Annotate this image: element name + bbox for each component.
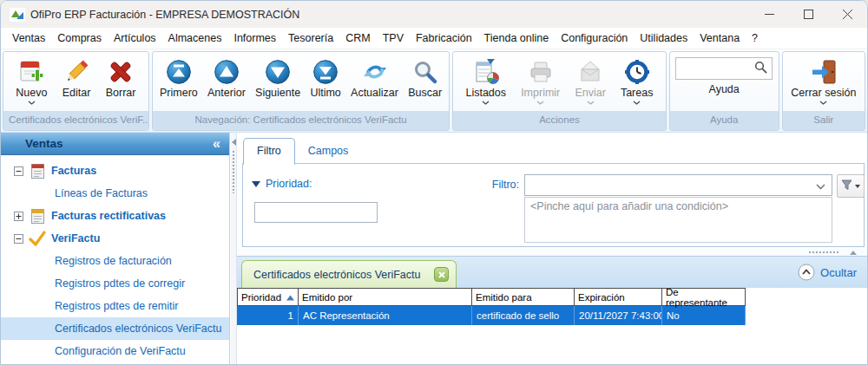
invoice-icon: [29, 163, 46, 179]
primero-button[interactable]: Primero: [157, 55, 201, 101]
ayuda-label: Ayuda: [709, 83, 740, 95]
prioridad-label: Prioridad:: [266, 178, 312, 190]
caret-down-icon: [855, 185, 860, 188]
sort-asc-icon: [286, 292, 294, 303]
sidebar-splitter[interactable]: [231, 133, 237, 364]
menu-item-crm[interactable]: CRM: [339, 29, 376, 47]
listados-button[interactable]: Listados: [463, 55, 509, 108]
toolbar-group-exit: Cerrar sesión Salir: [782, 51, 865, 131]
splitter-grip[interactable]: [232, 150, 236, 193]
close-tab-icon[interactable]: [434, 267, 449, 282]
expand-node-icon[interactable]: [14, 212, 23, 221]
column-header-prioridad[interactable]: Prioridad: [238, 289, 299, 305]
print-icon: [527, 56, 555, 87]
menu-item-ayuda[interactable]: ?: [746, 29, 764, 47]
menu-item-tpv[interactable]: TPV: [377, 29, 410, 47]
close-button[interactable]: [828, 1, 867, 28]
nuevo-button[interactable]: Nuevo: [13, 55, 49, 108]
toolbar-group-actions: Listados Imprimir Enviar: [452, 51, 666, 131]
menu-item-compras[interactable]: Compras: [51, 29, 108, 47]
tab-campos[interactable]: Campos: [295, 139, 362, 164]
table-header: Prioridad Emitido por Emitido para Expir…: [237, 288, 746, 306]
chevron-up-circle-icon: [798, 264, 815, 281]
sidebar-item-registros-de-facturacion[interactable]: Registros de facturación: [1, 250, 229, 272]
editar-button[interactable]: Editar: [60, 55, 94, 101]
chevron-down-icon: [536, 101, 544, 106]
ultimo-button[interactable]: Ultimo: [307, 55, 343, 101]
collapse-sidebar-icon[interactable]: «: [213, 137, 220, 151]
menu-item-ventana[interactable]: Ventana: [694, 29, 746, 47]
sidebar-item-facturas-rectificativas[interactable]: Facturas rectificativas: [1, 205, 229, 227]
help-search-box[interactable]: [675, 57, 773, 80]
results-splitter[interactable]: [237, 249, 867, 256]
imprimir-button[interactable]: Imprimir: [518, 55, 562, 108]
help-search-icon: [754, 61, 767, 77]
column-header-expiracion[interactable]: Expiración: [575, 289, 662, 305]
ocultar-button[interactable]: Ocultar: [798, 257, 857, 288]
collapse-node-icon[interactable]: [14, 166, 23, 176]
buscar-button[interactable]: Buscar: [405, 55, 444, 101]
menu-item-almacenes[interactable]: Almacenes: [162, 29, 228, 47]
prioridad-section-toggle[interactable]: Prioridad:: [252, 178, 312, 190]
reports-icon: [472, 56, 500, 87]
siguiente-button[interactable]: Siguiente: [253, 55, 303, 101]
app-logo-icon: [10, 8, 25, 22]
logout-icon: [809, 56, 838, 87]
collapse-node-icon[interactable]: [14, 234, 23, 244]
content-area: Ventas « Facturas Líneas de Facturas Fac…: [1, 133, 867, 364]
results-tab-certificados[interactable]: Certificados electrónicos VeriFactu: [241, 260, 457, 288]
sidebar-item-registros-pdtes-de-corregir[interactable]: Registros pdtes de corregir: [1, 272, 229, 295]
app-window: OfiPro ERP Facturación - EMPRESA DEMOSTR…: [0, 0, 868, 365]
table-row[interactable]: 1 AC Representación certificado de sello…: [237, 306, 746, 325]
sidebar: Ventas « Facturas Líneas de Facturas Fac…: [1, 133, 230, 364]
enviar-button[interactable]: Enviar: [572, 55, 608, 108]
filter-condition-box[interactable]: <Pinche aquí para añadir una condición>: [524, 197, 832, 243]
maximize-button[interactable]: [789, 1, 828, 28]
tareas-button[interactable]: Tareas: [618, 55, 656, 108]
splitter-grip[interactable]: [808, 251, 839, 255]
prioridad-input[interactable]: [254, 202, 378, 223]
column-header-de-representante[interactable]: De representante: [662, 289, 746, 305]
sidebar-header[interactable]: Ventas «: [1, 133, 229, 155]
menu-item-informes[interactable]: Informes: [227, 29, 282, 47]
column-header-emitido-para[interactable]: Emitido para: [472, 289, 575, 305]
filtro-combobox[interactable]: [524, 174, 832, 196]
sidebar-item-facturas[interactable]: Facturas: [1, 160, 229, 182]
menu-item-articulos[interactable]: Artículos: [108, 29, 162, 47]
menu-item-ventas[interactable]: Ventas: [6, 29, 51, 47]
cerrar-sesion-button[interactable]: Cerrar sesión: [788, 55, 858, 108]
column-header-emitido-por[interactable]: Emitido por: [299, 289, 472, 305]
menu-item-fabricacion[interactable]: Fabricación: [410, 29, 478, 47]
window-controls: [750, 1, 867, 28]
toolbar: Nuevo Editar Borrar Certificados electró…: [1, 49, 867, 133]
menu-item-tienda-online[interactable]: Tienda online: [478, 29, 556, 47]
toolbar-group-caption: Acciones: [453, 111, 665, 130]
menu-item-configuracion[interactable]: Configuración: [555, 29, 634, 47]
sidebar-item-lineas-de-facturas[interactable]: Líneas de Facturas: [1, 182, 229, 205]
help-search-input[interactable]: [680, 62, 754, 75]
filter-options-button[interactable]: [837, 174, 865, 198]
sidebar-item-certificados-electronicos-verifactu[interactable]: Certificados electrónicos VeriFactu: [1, 317, 229, 340]
search-icon: [412, 56, 438, 87]
borrar-button[interactable]: Borrar: [103, 55, 139, 101]
navigation-tree: Facturas Líneas de Facturas Facturas rec…: [1, 155, 229, 364]
toolbar-group-caption: Salir: [783, 111, 865, 130]
filtro-label: Filtro:: [455, 179, 519, 191]
filter-panel: Prioridad: Filtro: <Pinche aquí para aña…: [242, 163, 865, 247]
menu-item-utilidades[interactable]: Utilidades: [634, 29, 694, 47]
menu-item-tesoreria[interactable]: Tesorería: [282, 29, 339, 47]
sidebar-item-registros-pdtes-de-remitir[interactable]: Registros pdtes de remitir: [1, 295, 229, 317]
tab-filtro[interactable]: Filtro: [243, 138, 295, 165]
anterior-button[interactable]: Anterior: [205, 55, 248, 101]
window-title: OfiPro ERP Facturación - EMPRESA DEMOSTR…: [30, 9, 750, 21]
triangle-up-icon[interactable]: [850, 251, 857, 255]
collapse-left-icon[interactable]: [232, 139, 236, 146]
actualizar-button[interactable]: Actualizar: [348, 55, 401, 101]
chevron-down-icon: [819, 101, 827, 106]
minimize-button[interactable]: [750, 1, 789, 28]
sidebar-title: Ventas: [25, 137, 213, 150]
sidebar-item-configuracion-de-verifactu[interactable]: Configuración de VeriFactu: [1, 340, 229, 362]
chevron-down-icon: [482, 101, 490, 106]
sidebar-item-verifactu[interactable]: VeriFactu: [1, 227, 229, 250]
next-icon: [265, 56, 291, 87]
